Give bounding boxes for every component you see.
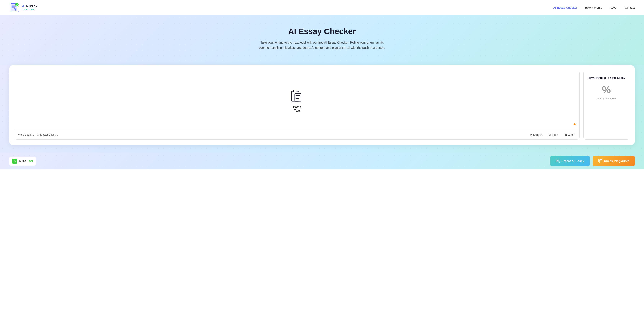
score-panel-title: How Artificial is Your Essay xyxy=(588,76,625,79)
svg-rect-15 xyxy=(295,94,301,101)
svg-point-11 xyxy=(18,11,19,12)
copy-icon: ⧉ xyxy=(549,133,551,136)
detect-btn-label: Detect AI Essay xyxy=(562,159,584,163)
logo-ai-text: AI xyxy=(22,5,26,8)
nav-item-ai-essay-checker[interactable]: Ai Essay Checker xyxy=(553,6,577,9)
nav-item-about[interactable]: About xyxy=(610,6,617,9)
svg-point-10 xyxy=(11,11,12,12)
probability-score-label: Probability Score xyxy=(597,97,616,100)
svg-point-9 xyxy=(18,6,18,7)
toolbar-inner: A AUTO: ON Detect AI Essay xyxy=(9,153,635,169)
plagiarism-btn-label: Check Plagiarism xyxy=(604,159,630,163)
paste-text-label: PasteText xyxy=(293,106,301,112)
plagiarism-icon xyxy=(598,158,602,164)
word-count-label: Word Count: 0 xyxy=(18,133,34,136)
orange-dot-indicator xyxy=(574,123,576,125)
auto-toggle[interactable]: A AUTO: ON xyxy=(9,157,36,166)
main-section: PasteText Word Count: 0 Character Count:… xyxy=(0,65,644,153)
auto-icon: A xyxy=(12,159,17,164)
text-editor-panel: PasteText Word Count: 0 Character Count:… xyxy=(14,71,580,140)
detect-icon xyxy=(556,158,560,164)
svg-point-7 xyxy=(15,3,18,6)
sample-icon: ↻ xyxy=(530,133,532,136)
clear-button[interactable]: 🗑 Clear xyxy=(563,133,576,137)
char-count-label: Character Count: 0 xyxy=(37,133,58,136)
logo-essay-text: ESSAY xyxy=(26,5,38,8)
paste-icon xyxy=(290,88,305,104)
logo-icon xyxy=(9,2,20,13)
logo-text: AI ESSAY CHECKER xyxy=(22,5,38,11)
nav-item-how-it-works[interactable]: How It Works xyxy=(585,6,602,9)
percent-symbol: % xyxy=(602,85,611,95)
nav-item-contact[interactable]: Contact xyxy=(625,6,635,9)
copy-button[interactable]: ⧉ Copy xyxy=(547,132,560,137)
text-editor-area[interactable]: PasteText xyxy=(15,71,580,130)
main-card: PasteText Word Count: 0 Character Count:… xyxy=(9,65,635,145)
header: AI ESSAY CHECKER Ai Essay Checker How It… xyxy=(0,0,644,15)
cta-buttons: Detect AI Essay Check Plagiarism xyxy=(550,156,635,166)
trash-icon: 🗑 xyxy=(564,133,567,136)
logo-area: AI ESSAY CHECKER xyxy=(9,2,38,13)
count-info: Word Count: 0 Character Count: 0 xyxy=(18,133,58,136)
logo-checker-text: CHECKER xyxy=(22,8,38,11)
main-nav: Ai Essay Checker How It Works About Cont… xyxy=(553,6,635,9)
text-footer: Word Count: 0 Character Count: 0 ↻ Sampl… xyxy=(15,130,580,139)
svg-line-24 xyxy=(560,162,560,163)
hero-subtitle: Take your writing to the next level with… xyxy=(257,40,387,50)
sample-button[interactable]: ↻ Sample xyxy=(528,133,544,137)
svg-rect-2 xyxy=(12,6,16,7)
hero-section: AI Essay Checker Take your writing to th… xyxy=(0,15,644,65)
bottom-toolbar-section: A AUTO: ON Detect AI Essay xyxy=(0,153,644,169)
detect-ai-button[interactable]: Detect AI Essay xyxy=(550,156,590,166)
score-panel: How Artificial is Your Essay % Probabili… xyxy=(584,71,630,140)
paste-placeholder[interactable]: PasteText xyxy=(290,88,305,112)
action-buttons: ↻ Sample ⧉ Copy 🗑 Clear xyxy=(528,132,576,137)
check-plagiarism-button[interactable]: Check Plagiarism xyxy=(593,156,635,166)
svg-point-8 xyxy=(10,3,11,3)
auto-status: ON xyxy=(29,160,33,163)
auto-label: AUTO: xyxy=(19,160,27,163)
svg-rect-14 xyxy=(294,90,297,92)
hero-title: AI Essay Checker xyxy=(9,27,635,36)
